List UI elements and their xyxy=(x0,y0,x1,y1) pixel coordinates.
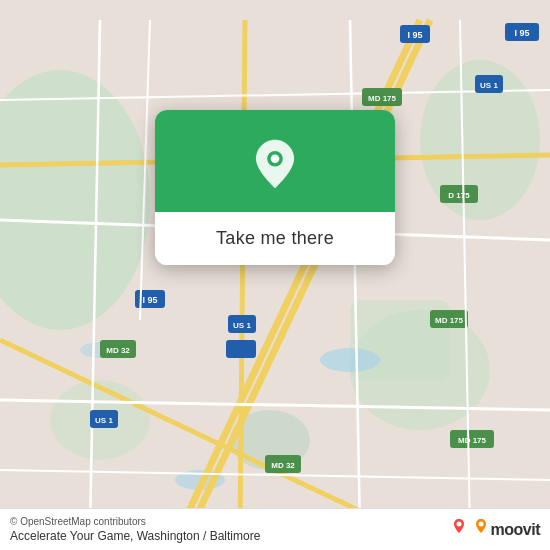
svg-text:MD 32: MD 32 xyxy=(271,461,295,470)
svg-text:D 175: D 175 xyxy=(448,191,470,200)
svg-text:I 95: I 95 xyxy=(407,30,422,40)
svg-text:I 95: I 95 xyxy=(514,28,529,38)
map-container: I 95 I 95 US 1 MD 175 D 175 MD 175 MD 17… xyxy=(0,0,550,550)
svg-point-38 xyxy=(456,521,461,526)
svg-text:US 1: US 1 xyxy=(233,321,251,330)
moovit-text: moovit xyxy=(491,521,540,539)
popup-card: Take me there xyxy=(155,110,395,265)
svg-point-0 xyxy=(0,70,150,330)
bottom-bar: © OpenStreetMap contributors Accelerate … xyxy=(0,508,550,550)
svg-text:I 95: I 95 xyxy=(142,295,157,305)
map-svg: I 95 I 95 US 1 MD 175 D 175 MD 175 MD 17… xyxy=(0,0,550,550)
location-pin-icon xyxy=(249,138,301,190)
svg-rect-33 xyxy=(226,340,256,358)
svg-text:MD 32: MD 32 xyxy=(106,346,130,355)
svg-text:US 1: US 1 xyxy=(480,81,498,90)
take-me-there-button[interactable]: Take me there xyxy=(155,212,395,265)
svg-point-39 xyxy=(478,521,483,526)
attribution-text: © OpenStreetMap contributors xyxy=(10,516,445,527)
svg-point-37 xyxy=(271,154,280,163)
moovit-brand-icon xyxy=(453,517,487,543)
svg-text:US 1: US 1 xyxy=(95,416,113,425)
location-text: Accelerate Your Game, Washington / Balti… xyxy=(10,529,445,543)
moovit-logo: moovit xyxy=(453,517,540,543)
popup-icon-area xyxy=(155,110,395,212)
svg-point-6 xyxy=(320,348,380,372)
svg-text:MD 175: MD 175 xyxy=(435,316,464,325)
svg-text:MD 175: MD 175 xyxy=(368,94,397,103)
svg-text:MD 175: MD 175 xyxy=(458,436,487,445)
